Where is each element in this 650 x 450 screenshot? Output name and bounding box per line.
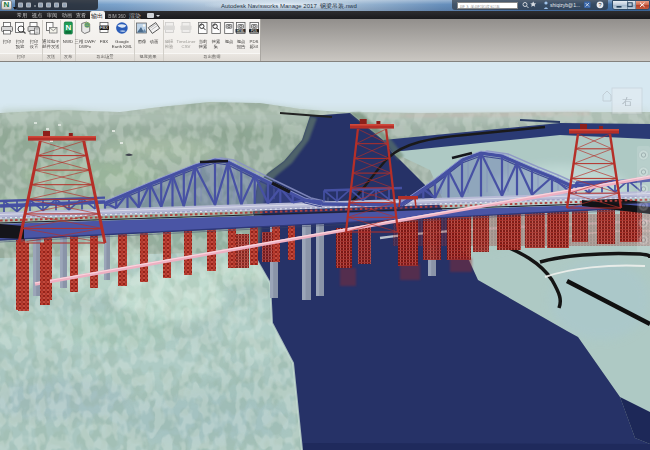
svg-text:PDS: PDS <box>251 29 257 33</box>
svg-text:右: 右 <box>622 96 632 107</box>
svg-text:FBX: FBX <box>100 25 108 30</box>
svg-text:?: ? <box>599 2 602 8</box>
svg-text:shiqizyb@1...: shiqizyb@1... <box>550 2 580 8</box>
svg-text:HTML: HTML <box>237 29 245 33</box>
svg-text:N: N <box>65 23 71 32</box>
